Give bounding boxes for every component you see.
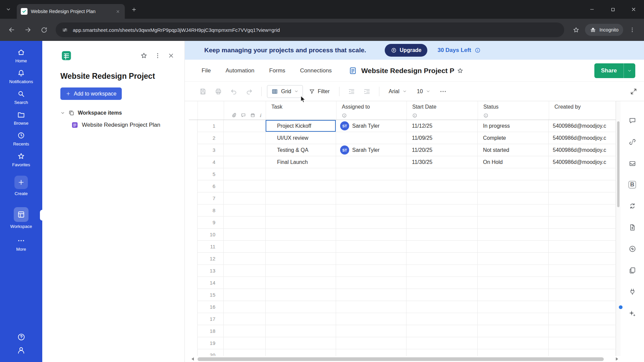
- status-cell[interactable]: [478, 229, 549, 241]
- row-number[interactable]: 14: [198, 277, 224, 289]
- row-gutter[interactable]: [224, 253, 266, 265]
- created-by-cell[interactable]: [549, 192, 616, 204]
- created-by-cell[interactable]: [549, 301, 616, 313]
- task-cell[interactable]: [266, 349, 336, 356]
- status-cell[interactable]: On Hold: [478, 156, 549, 168]
- row-number[interactable]: 5: [198, 168, 224, 180]
- created-by-cell[interactable]: [549, 168, 616, 180]
- vertical-scrollbar[interactable]: [616, 101, 621, 356]
- expand-icon[interactable]: [630, 88, 637, 95]
- created-by-cell[interactable]: [549, 277, 616, 289]
- task-cell[interactable]: [266, 277, 336, 289]
- start-date-cell[interactable]: [407, 192, 478, 204]
- horizontal-scrollbar-thumb[interactable]: [198, 357, 604, 361]
- assignee-cell[interactable]: [336, 289, 407, 301]
- created-by-cell[interactable]: [549, 217, 616, 229]
- print-icon[interactable]: [212, 85, 225, 98]
- row-number[interactable]: 12: [198, 253, 224, 265]
- status-cell[interactable]: [478, 217, 549, 229]
- help-button[interactable]: [0, 333, 42, 341]
- row-gutter[interactable]: [224, 325, 266, 337]
- menu-forms[interactable]: Forms: [269, 67, 285, 74]
- row-gutter[interactable]: [224, 265, 266, 277]
- connections-icon[interactable]: [629, 288, 636, 296]
- browser-tab[interactable]: Website Redesign Project Plan: [17, 4, 125, 19]
- sidebar-item-search[interactable]: Search: [0, 90, 42, 105]
- indent-icon[interactable]: [360, 85, 374, 98]
- created-by-cell[interactable]: [549, 325, 616, 337]
- assignee-cell[interactable]: [336, 265, 407, 277]
- created-by-cell[interactable]: [549, 204, 616, 217]
- font-selector[interactable]: Arial: [385, 88, 411, 95]
- new-tab-button[interactable]: [128, 4, 140, 15]
- save-icon[interactable]: [196, 85, 210, 98]
- ai-assistant-icon[interactable]: [628, 309, 636, 317]
- start-date-cell[interactable]: [407, 289, 478, 301]
- row-number[interactable]: 19: [198, 337, 224, 349]
- header-start-date[interactable]: Start Date: [407, 101, 478, 120]
- conversations-icon[interactable]: [629, 117, 636, 124]
- brandfolder-icon[interactable]: B: [629, 181, 636, 188]
- task-cell[interactable]: [266, 204, 336, 217]
- assignee-cell[interactable]: [336, 253, 407, 265]
- task-cell[interactable]: Final Launch: [266, 156, 336, 168]
- status-cell[interactable]: [478, 253, 549, 265]
- row-gutter[interactable]: [224, 337, 266, 349]
- task-cell[interactable]: [266, 337, 336, 349]
- sheet-favorite-star-icon[interactable]: [457, 67, 464, 74]
- created-by-cell[interactable]: [549, 241, 616, 253]
- back-icon[interactable]: [5, 23, 19, 37]
- undo-icon[interactable]: [227, 85, 240, 98]
- font-size-selector[interactable]: 10: [413, 88, 434, 95]
- created-by-cell[interactable]: [549, 349, 616, 356]
- assignee-cell[interactable]: [336, 229, 407, 241]
- row-number[interactable]: 1: [198, 120, 224, 132]
- panel-menu-icon[interactable]: [154, 52, 161, 59]
- row-number[interactable]: 17: [198, 313, 224, 325]
- created-by-cell[interactable]: 5400986d@moodjoy.c: [549, 144, 616, 156]
- task-cell[interactable]: Testing & QA: [266, 144, 336, 156]
- sidebar-item-favorites[interactable]: Favorites: [0, 152, 42, 167]
- status-cell[interactable]: [478, 337, 549, 349]
- row-number[interactable]: 6: [198, 180, 224, 192]
- task-cell[interactable]: [266, 289, 336, 301]
- filter-button[interactable]: Filter: [305, 88, 334, 95]
- assignee-cell[interactable]: [336, 156, 407, 168]
- row-gutter[interactable]: [224, 277, 266, 289]
- assignee-cell[interactable]: [336, 132, 407, 144]
- assignee-cell[interactable]: [336, 168, 407, 180]
- task-cell[interactable]: [266, 217, 336, 229]
- status-cell[interactable]: [478, 325, 549, 337]
- row-gutter[interactable]: [224, 289, 266, 301]
- row-gutter[interactable]: [224, 144, 266, 156]
- task-cell[interactable]: [266, 301, 336, 313]
- assignee-cell[interactable]: [336, 325, 407, 337]
- share-button[interactable]: Share: [594, 63, 635, 78]
- row-gutter[interactable]: [224, 301, 266, 313]
- account-button[interactable]: [0, 346, 42, 355]
- row-gutter[interactable]: [224, 349, 266, 356]
- workspace-items-section[interactable]: Workspace items: [60, 110, 174, 116]
- reload-icon[interactable]: [37, 23, 51, 37]
- update-requests-icon[interactable]: [629, 202, 636, 210]
- row-gutter[interactable]: [224, 204, 266, 217]
- created-by-cell[interactable]: [549, 253, 616, 265]
- row-number[interactable]: 20: [198, 349, 224, 356]
- row-gutter[interactable]: [224, 229, 266, 241]
- assignee-cell[interactable]: [336, 301, 407, 313]
- workspace-item-sheet[interactable]: Website Redesign Project Plan: [71, 121, 174, 129]
- menu-file[interactable]: File: [202, 67, 211, 74]
- task-cell[interactable]: [266, 168, 336, 180]
- task-cell[interactable]: [266, 313, 336, 325]
- status-cell[interactable]: [478, 192, 549, 204]
- row-gutter[interactable]: [224, 132, 266, 144]
- row-gutter[interactable]: [224, 120, 266, 132]
- start-date-cell[interactable]: 11/12/25: [407, 120, 478, 132]
- row-gutter[interactable]: [224, 217, 266, 229]
- panel-close-icon[interactable]: [168, 52, 174, 59]
- summary-icon[interactable]: [629, 266, 636, 274]
- sidebar-item-more[interactable]: More: [0, 237, 42, 252]
- task-cell[interactable]: [266, 325, 336, 337]
- assignee-cell[interactable]: [336, 277, 407, 289]
- status-cell[interactable]: [478, 301, 549, 313]
